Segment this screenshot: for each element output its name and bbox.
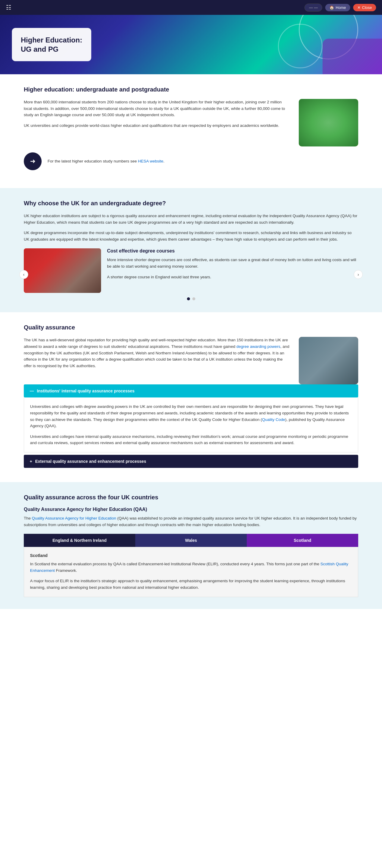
scotland-para1: In Scotland the external evaluation proc… xyxy=(30,561,352,574)
carousel-image xyxy=(24,248,101,293)
tab-scotland[interactable]: Scotland xyxy=(247,534,358,547)
carousel-inner: Cost effective degree courses More inten… xyxy=(24,248,358,293)
close-button[interactable]: ✕ Close xyxy=(353,4,376,11)
scotland-para2: A major focus of ELIR is the institution… xyxy=(30,578,352,591)
close-icon: ✕ xyxy=(357,5,361,10)
home-icon: 🏠 xyxy=(329,5,334,10)
section-intro: Higher education: undergraduate and post… xyxy=(0,74,382,188)
quality-title: Quality assurance xyxy=(24,324,358,331)
accordion-external: + External quality assurance and enhance… xyxy=(24,455,358,468)
carousel-card-title: Cost effective degree courses xyxy=(107,248,358,254)
why-uk-para2: UK degree programmes incorporate the mos… xyxy=(24,229,358,242)
section-quality: Quality assurance The UK has a well-dese… xyxy=(0,312,382,482)
nav-left: ☷ xyxy=(6,4,11,11)
accordion-minus-icon: — xyxy=(30,389,34,393)
degree-awarding-link[interactable]: degree awarding powers xyxy=(236,344,280,349)
scotland-content-title: Scotland xyxy=(30,553,352,558)
accordion-internal-para2: Universities and colleges have internal … xyxy=(30,433,352,446)
section-intro-title: Higher education: undergraduate and post… xyxy=(24,86,358,93)
hesa-info-box: ➜ For the latest higher education study … xyxy=(24,152,358,170)
hero-section: Higher Education:UG and PG xyxy=(0,15,382,74)
uk-tabs: England & Northern Ireland Wales Scotlan… xyxy=(24,534,358,597)
deco-circle-2 xyxy=(278,24,323,68)
deco-purple-blob xyxy=(323,39,382,74)
quality-text: The UK has a well-deserved global reputa… xyxy=(24,337,290,369)
carousel-card-para1: More intensive shorter degree courses ar… xyxy=(107,257,358,270)
qaa-para: The Quality Assurance Agency for Higher … xyxy=(24,515,358,528)
quality-two-col: The UK has a well-deserved global reputa… xyxy=(24,337,358,384)
carousel-image-fill xyxy=(24,248,101,293)
hesa-link[interactable]: HESA website xyxy=(138,159,164,163)
accordion-internal-para1: Universities and colleges with degree aw… xyxy=(30,403,352,429)
tab-content-scotland: Scotland In Scotland the external evalua… xyxy=(24,547,358,597)
qaa-subtitle: Quality Assurance Agency for Higher Educ… xyxy=(24,507,358,512)
carousel-dot-2[interactable] xyxy=(192,297,195,300)
carousel-dots xyxy=(24,297,358,300)
quality-image-fill xyxy=(299,337,358,384)
carousel-card-para2: A shorter degree course in England would… xyxy=(107,274,358,280)
tab-england[interactable]: England & Northern Ireland xyxy=(24,534,135,547)
hesa-text: For the latest higher education study nu… xyxy=(48,158,165,164)
carousel-prev-button[interactable]: ‹ xyxy=(19,270,28,279)
top-navigation: ☷ — — 🏠 Home ✕ Close xyxy=(0,0,382,15)
why-uk-para1: UK higher education institutions are sub… xyxy=(24,213,358,225)
intro-image-fill xyxy=(299,99,358,147)
nav-right: — — 🏠 Home ✕ Close xyxy=(304,4,376,11)
carousel: Cost effective degree courses More inten… xyxy=(24,248,358,300)
section-uk-countries: Quality assurance across the four UK cou… xyxy=(0,482,382,609)
nav-pill[interactable]: — — xyxy=(304,4,322,11)
carousel-next-button[interactable]: › xyxy=(354,270,363,279)
section-why-uk: Why choose the UK for an undergraduate d… xyxy=(0,188,382,312)
accordion-external-header[interactable]: + External quality assurance and enhance… xyxy=(24,455,358,468)
intro-image-col xyxy=(299,99,358,147)
hero-decoration xyxy=(233,15,382,74)
uk-countries-title: Quality assurance across the four UK cou… xyxy=(24,494,358,501)
accordion-plus-icon: + xyxy=(30,459,32,464)
intro-two-col: More than 600,000 international students… xyxy=(24,99,358,147)
quality-code-link[interactable]: Quality Code xyxy=(262,417,285,422)
why-uk-title: Why choose the UK for an undergraduate d… xyxy=(24,200,358,207)
intro-image xyxy=(299,99,358,147)
home-button[interactable]: 🏠 Home xyxy=(325,4,350,11)
quality-image-col xyxy=(299,337,358,384)
carousel-text: Cost effective degree courses More inten… xyxy=(107,248,358,293)
quality-image xyxy=(299,337,358,384)
intro-para1: More than 600,000 international students… xyxy=(24,99,290,118)
arrow-circle-icon: ➜ xyxy=(24,152,41,170)
carousel-dot-1[interactable] xyxy=(187,297,190,300)
hero-title: Higher Education:UG and PG xyxy=(21,35,82,54)
accordion-internal-body: Universities and colleges with degree aw… xyxy=(24,398,358,453)
grid-icon[interactable]: ☷ xyxy=(6,4,11,11)
hero-card: Higher Education:UG and PG xyxy=(12,28,91,61)
accordion-internal-header[interactable]: — Institutions' internal quality assuran… xyxy=(24,384,358,398)
intro-para2: UK universities and colleges provide wor… xyxy=(24,122,290,129)
intro-text: More than 600,000 international students… xyxy=(24,99,290,129)
tabs-header: England & Northern Ireland Wales Scotlan… xyxy=(24,534,358,547)
qaa-link[interactable]: Quality Assurance Agency for Higher Educ… xyxy=(32,516,116,521)
accordion-internal: — Institutions' internal quality assuran… xyxy=(24,384,358,453)
tab-wales[interactable]: Wales xyxy=(135,534,247,547)
quality-para1: The UK has a well-deserved global reputa… xyxy=(24,337,290,369)
